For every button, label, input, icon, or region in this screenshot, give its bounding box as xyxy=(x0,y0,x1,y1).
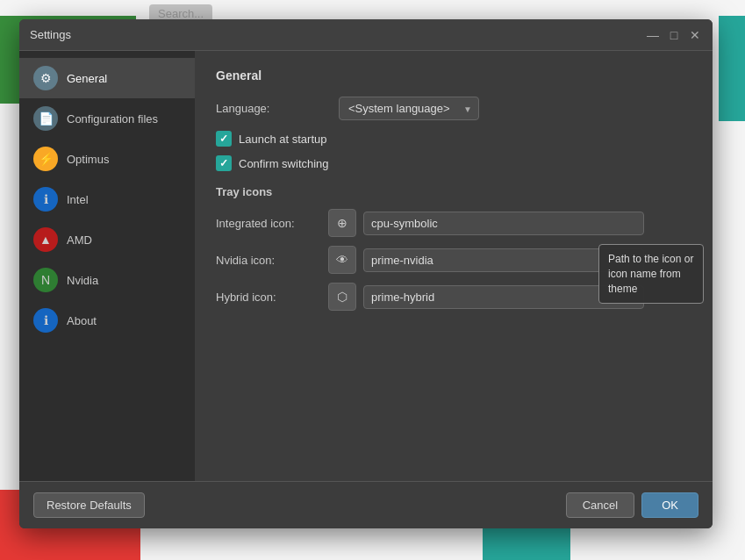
sidebar-item-configuration-files[interactable]: 📄 Configuration files xyxy=(19,98,195,139)
bottom-bar: Restore Defaults Cancel OK xyxy=(19,481,713,528)
bg-teal-bar xyxy=(719,16,745,121)
cancel-button[interactable]: Cancel xyxy=(566,492,634,518)
language-row: Language: <System language>EnglishGerman… xyxy=(216,97,691,120)
title-bar: Settings — □ ✕ xyxy=(19,19,713,51)
integrated-icon-input[interactable] xyxy=(363,212,644,235)
dialog-title: Settings xyxy=(30,28,71,41)
close-button[interactable]: ✕ xyxy=(688,28,702,42)
action-buttons: Cancel OK xyxy=(566,492,698,518)
sidebar: ⚙ General 📄 Configuration files ⚡ Optimu… xyxy=(19,51,195,481)
tray-section-title: Tray icons xyxy=(216,185,691,198)
sidebar-item-config-label: Configuration files xyxy=(67,112,158,126)
integrated-icon-label: Integrated icon: xyxy=(216,217,321,230)
sidebar-item-general[interactable]: ⚙ General xyxy=(19,58,195,98)
integrated-icon-row: Integrated icon: ⊕ xyxy=(216,209,691,237)
title-controls: — □ ✕ xyxy=(646,28,702,42)
launch-at-startup-checkbox[interactable] xyxy=(216,131,232,147)
nvidia-icon-button[interactable]: 👁 xyxy=(328,246,356,274)
restore-defaults-button[interactable]: Restore Defaults xyxy=(33,492,145,518)
confirm-switching-checkbox[interactable] xyxy=(216,155,232,171)
sidebar-item-optimus-label: Optimus xyxy=(67,153,109,166)
general-icon: ⚙ xyxy=(33,66,58,90)
section-title: General xyxy=(216,68,691,83)
sidebar-item-about-label: About xyxy=(67,314,97,327)
sidebar-item-nvidia-label: Nvidia xyxy=(67,274,98,287)
nvidia-icon-input[interactable] xyxy=(363,248,644,272)
minimize-button[interactable]: — xyxy=(646,28,660,42)
sidebar-item-nvidia[interactable]: N Nvidia xyxy=(19,260,195,300)
sidebar-item-amd[interactable]: ▲ AMD xyxy=(19,219,195,260)
optimus-icon: ⚡ xyxy=(33,147,58,171)
amd-icon: ▲ xyxy=(33,227,58,252)
main-content: General Language: <System language>Engli… xyxy=(195,51,713,481)
sidebar-item-about[interactable]: ℹ About xyxy=(19,300,195,341)
hybrid-icon-input[interactable] xyxy=(363,285,644,309)
launch-at-startup-label: Launch at startup xyxy=(239,133,326,146)
nvidia-icon-row: Nvidia icon: 👁 xyxy=(216,246,691,274)
hybrid-icon-label: Hybrid icon: xyxy=(216,291,321,304)
hybrid-icon-row: Hybrid icon: ⬡ xyxy=(216,283,691,311)
dialog-body: ⚙ General 📄 Configuration files ⚡ Optimu… xyxy=(19,51,713,481)
language-select[interactable]: <System language>EnglishGermanFrenchSpan… xyxy=(339,97,479,120)
settings-dialog: Settings — □ ✕ ⚙ General 📄 Configuration… xyxy=(19,19,713,528)
nvidia-icon-label: Nvidia icon: xyxy=(216,254,321,267)
intel-icon: ℹ xyxy=(33,187,58,212)
config-icon: 📄 xyxy=(33,106,58,131)
confirm-switching-row: Confirm switching xyxy=(216,155,691,171)
sidebar-item-amd-label: AMD xyxy=(67,233,92,247)
confirm-switching-label: Confirm switching xyxy=(239,157,329,170)
language-label: Language: xyxy=(216,102,339,115)
launch-at-startup-row: Launch at startup xyxy=(216,131,691,147)
sidebar-item-intel-label: Intel xyxy=(67,193,89,206)
maximize-button[interactable]: □ xyxy=(667,28,681,42)
sidebar-item-general-label: General xyxy=(67,72,107,85)
about-icon: ℹ xyxy=(33,308,58,333)
sidebar-item-intel[interactable]: ℹ Intel xyxy=(19,179,195,219)
ok-button[interactable]: OK xyxy=(641,492,698,518)
sidebar-item-optimus[interactable]: ⚡ Optimus xyxy=(19,139,195,179)
nvidia-icon: N xyxy=(33,268,58,292)
integrated-icon-button[interactable]: ⊕ xyxy=(328,209,356,237)
hybrid-icon-button[interactable]: ⬡ xyxy=(328,283,356,311)
language-select-wrapper: <System language>EnglishGermanFrenchSpan… xyxy=(339,97,479,120)
